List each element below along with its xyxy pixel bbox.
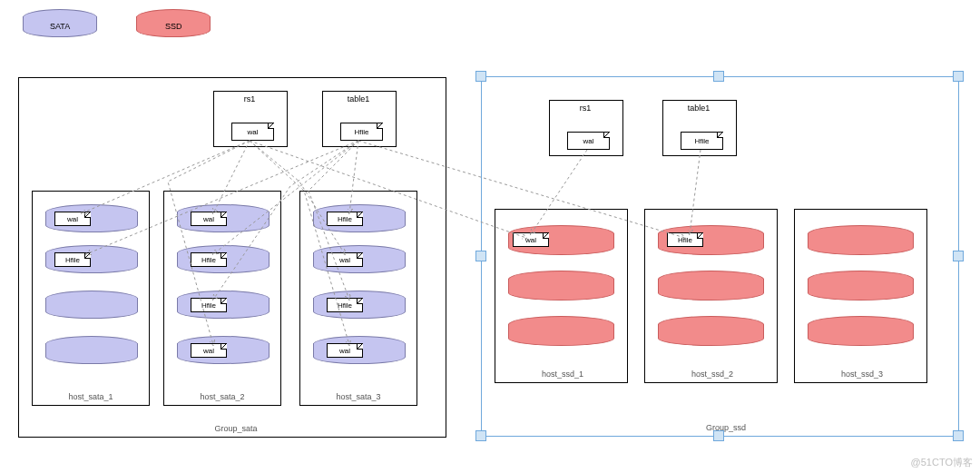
legend-ssd-label: SSD [165, 22, 182, 31]
host-sata-1-file1: wal [54, 212, 91, 226]
resize-handle-w[interactable] [475, 251, 486, 261]
host-sata-3-file4: wal [327, 343, 363, 358]
table1-hfile-note[interactable]: Hfile [340, 123, 383, 141]
host-sata-1-disk4 [45, 336, 136, 363]
host-sata-1-disk3 [45, 291, 136, 318]
host-sata-2-file4: wal [191, 343, 227, 358]
rs1-ssd-wal-note[interactable]: wal [567, 132, 610, 150]
host-ssd-3-disk2 [808, 271, 912, 300]
group-ssd-label: Group_ssd [699, 423, 753, 432]
rs1-ssd-title: rs1 [549, 103, 622, 113]
resize-handle-sw[interactable] [475, 430, 486, 441]
resize-handle-ne[interactable] [953, 71, 964, 82]
table1-hfile-text: Hfile [354, 128, 368, 136]
table1-ssd-title: table1 [662, 103, 735, 113]
table1-title: table1 [322, 94, 395, 103]
resize-handle-e[interactable] [953, 251, 964, 261]
host-ssd-1-disk3 [508, 316, 612, 345]
host-sata-1-file2: Hfile [54, 252, 91, 267]
host-ssd-1-disk2 [508, 271, 612, 300]
group-sata-label: Group_sata [209, 424, 263, 433]
host-ssd-2-disk2 [658, 271, 762, 300]
host-ssd-2-file1: Hfile [667, 232, 703, 247]
resize-handle-s[interactable] [713, 430, 724, 441]
legend-sata-label: SATA [50, 22, 70, 31]
host-sata-2-label: host_sata_2 [195, 392, 250, 401]
resize-handle-se[interactable] [953, 430, 964, 441]
host-ssd-2-label: host_ssd_2 [685, 370, 740, 379]
host-ssd-2-disk3 [658, 316, 762, 345]
host-sata-2-file3: Hfile [191, 298, 227, 312]
host-sata-3-file2: wal [327, 252, 363, 267]
host-ssd-1-label: host_ssd_1 [535, 370, 590, 379]
host-ssd-1-file1: wal [513, 232, 549, 247]
host-sata-3-file1: Hfile [327, 212, 363, 226]
host-ssd-3-label: host_ssd_3 [835, 370, 889, 379]
host-sata-2-file2: Hfile [191, 252, 227, 267]
rs1-title: rs1 [213, 94, 286, 103]
resize-handle-nw[interactable] [475, 71, 486, 82]
table1-ssd-hfile-note[interactable]: Hfile [681, 132, 723, 150]
rs1-wal-note[interactable]: wal [231, 123, 274, 141]
host-sata-2-file1: wal [191, 212, 227, 226]
host-sata-3-file3: Hfile [327, 298, 363, 312]
resize-handle-n[interactable] [713, 71, 724, 82]
rs1-wal-text: wal [247, 128, 258, 136]
host-sata-3-label: host_sata_3 [331, 392, 386, 401]
host-ssd-3-disk3 [808, 316, 912, 345]
diagram-canvas: SATA SSD Group_sata rs1 wal table1 Hfile… [0, 0, 980, 473]
host-sata-1-label: host_sata_1 [64, 392, 118, 401]
host-ssd-3-disk1 [808, 225, 912, 254]
watermark: @51CTO博客 [911, 456, 973, 469]
